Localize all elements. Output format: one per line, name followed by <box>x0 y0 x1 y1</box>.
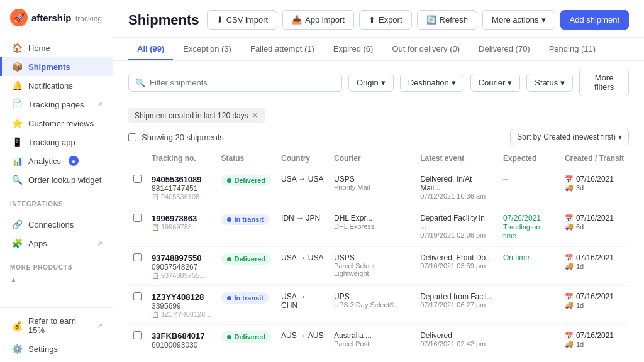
showing-text: Showing 20 shipments <box>128 133 224 142</box>
search-box[interactable]: 🔍 <box>128 74 342 92</box>
row-checkbox-cell <box>128 207 147 247</box>
transit-icon: 🚚 <box>565 184 574 192</box>
courier-filter-button[interactable]: Courier ▾ <box>470 74 521 92</box>
tracking-no-secondary: 3395699 <box>152 302 211 310</box>
tab-all[interactable]: All (99) <box>128 38 173 60</box>
apps-icon: 🧩 <box>12 238 22 248</box>
courier-name: USPS <box>334 175 410 184</box>
row-checkbox-cell <box>128 247 147 286</box>
status-dot <box>227 257 231 261</box>
tracking-no-cell: 1996978863 📋19969788... <box>147 207 216 247</box>
more-filters-button[interactable]: More filters <box>579 69 629 96</box>
row-checkbox-1[interactable] <box>133 214 142 222</box>
app-import-button[interactable]: 📥 App import <box>282 10 354 30</box>
row-checkbox-0[interactable] <box>133 175 142 183</box>
col-checkbox <box>128 149 147 168</box>
sidebar-item-connections[interactable]: 🔗 Connections <box>0 215 113 234</box>
status-filter-label: Status <box>535 78 558 87</box>
origin-filter-button[interactable]: Origin ▾ <box>348 74 394 92</box>
tab-failed-attempt[interactable]: Failed attempt (1) <box>242 38 323 60</box>
more-actions-label: More actions <box>492 15 538 25</box>
customer-reviews-icon: ⭐ <box>12 118 22 128</box>
active-filter-tag: Shipment created in last 120 days ✕ <box>128 108 265 123</box>
sidebar-item-home[interactable]: 🏠 Home <box>0 38 113 57</box>
sidebar-item-notifications[interactable]: 🔔 Notifications <box>0 76 113 95</box>
latest-event-text: Delivered <box>420 331 493 340</box>
add-shipment-label: Add shipment <box>570 15 620 25</box>
row-checkbox-4[interactable] <box>133 331 142 339</box>
created-date: 📅 07/16/2021 <box>565 292 624 301</box>
sort-button[interactable]: Sort by Created (newest first) ▾ <box>510 129 629 145</box>
sidebar-item-refer[interactable]: 💰 Refer to earn 15% ↗ <box>0 312 113 339</box>
courier-filter-label: Courier <box>479 78 506 87</box>
courier-chevron-icon: ▾ <box>508 78 512 87</box>
refresh-label: Refresh <box>440 15 469 25</box>
sidebar-item-order-lookup-label: Order lookup widget <box>28 175 101 185</box>
sidebar-item-tracking-app[interactable]: 📱 Tracking app <box>0 133 113 151</box>
sidebar-item-customer-reviews[interactable]: ⭐ Customer reviews <box>0 114 113 133</box>
tab-pending[interactable]: Pending (11) <box>540 38 604 60</box>
latest-event-sub: 07/16/2021 02:42 pm <box>420 340 493 348</box>
table-header-row: Tracking no. Status Country Courier Late… <box>128 149 629 168</box>
tab-expired[interactable]: Expired (6) <box>325 38 382 60</box>
tracking-ref: 📋9405536108... <box>152 193 211 200</box>
tab-exception[interactable]: Exception (3) <box>174 38 240 60</box>
transit-info: 🚚 3d <box>565 184 624 192</box>
integrations-nav: 🔗 Connections 🧩 Apps ↗ <box>0 210 113 258</box>
created-icon: 📅 <box>565 293 574 301</box>
status-filter-button[interactable]: Status ▾ <box>526 74 573 92</box>
row-checkbox-2[interactable] <box>133 253 142 261</box>
tab-out-for-delivery[interactable]: Out for delivery (0) <box>383 38 469 60</box>
sidebar-item-order-lookup[interactable]: 🔍 Order lookup widget <box>0 170 113 189</box>
courier-name: UPS <box>334 292 410 301</box>
sidebar-item-refer-label: Refer to earn 15% <box>28 316 91 335</box>
add-shipment-button[interactable]: Add shipment <box>560 10 630 30</box>
latest-event-text: Departed from Facil... <box>420 292 493 301</box>
tracking-ref: 📋19969788... <box>152 223 211 231</box>
tab-delivered[interactable]: Delivered (70) <box>470 38 539 60</box>
export-button[interactable]: ⬆ Export <box>359 10 412 30</box>
sort-value: Created (newest first) <box>543 133 616 141</box>
created-date: 📅 07/16/2021 <box>565 175 624 184</box>
logo-brand: aftership tracking <box>31 13 102 23</box>
courier-cell: USPS Priority Mail <box>329 168 415 207</box>
page-title: Shipments <box>128 12 199 28</box>
external-link-icon: ↗ <box>97 101 103 109</box>
tab-all-label: All (99) <box>137 44 164 53</box>
destination-filter-button[interactable]: Destination ▾ <box>400 74 464 92</box>
search-input[interactable] <box>150 78 335 87</box>
created-cell: 📅 07/16/2021 🚚 3d <box>560 168 629 207</box>
courier-cell: USPS Parcel Select Lightweight <box>329 247 415 286</box>
refresh-icon: 🔄 <box>426 15 436 25</box>
sidebar-item-apps[interactable]: 🧩 Apps ↗ <box>0 234 113 253</box>
refer-external-icon: ↗ <box>97 322 103 330</box>
table-row: 33FKB684017 60100093030 Delivered AUS → … <box>128 325 629 356</box>
sidebar-item-tracking-pages-label: Tracking pages <box>28 100 84 109</box>
sidebar-item-analytics[interactable]: 📊 Analytics ● <box>0 151 113 170</box>
sidebar-item-tracking-app-label: Tracking app <box>28 138 75 147</box>
expected-dash: – <box>503 175 508 184</box>
status-cell: In transit <box>216 207 277 247</box>
created-cell: 📅 07/16/2021 🚚 6d <box>560 207 629 247</box>
csv-import-button[interactable]: ⬇ CSV import <box>207 10 277 30</box>
sidebar-item-shipments[interactable]: 📦 Shipments <box>0 57 113 76</box>
row-checkbox-cell <box>128 325 147 356</box>
latest-event-cell: Delivered 07/16/2021 02:42 pm <box>415 325 498 356</box>
sidebar-item-analytics-label: Analytics <box>28 156 61 166</box>
sidebar-item-settings[interactable]: ⚙️ Settings <box>0 339 113 358</box>
select-all-checkbox[interactable] <box>128 133 136 141</box>
refresh-button[interactable]: 🔄 Refresh <box>417 10 478 30</box>
country-value: USA → USA <box>281 175 323 184</box>
tabs-bar: All (99) Exception (3) Failed attempt (1… <box>113 38 644 61</box>
more-products-label: MORE PRODUCTS <box>0 258 113 273</box>
more-actions-button[interactable]: More actions ▾ <box>482 10 555 30</box>
created-cell: 📅 07/16/2021 🚚 1d <box>560 247 629 286</box>
destination-filter-label: Destination <box>408 78 449 87</box>
transit-icon: 🚚 <box>565 262 574 270</box>
remove-filter-button[interactable]: ✕ <box>252 111 258 120</box>
sidebar-item-tracking-pages[interactable]: 📄 Tracking pages ↗ <box>0 95 113 114</box>
row-checkbox-3[interactable] <box>133 292 142 300</box>
more-actions-chevron-icon: ▾ <box>541 15 546 25</box>
courier-cell: Australia ... Parcel Post <box>329 325 415 356</box>
country-cell: IDN → JPN <box>276 207 329 247</box>
